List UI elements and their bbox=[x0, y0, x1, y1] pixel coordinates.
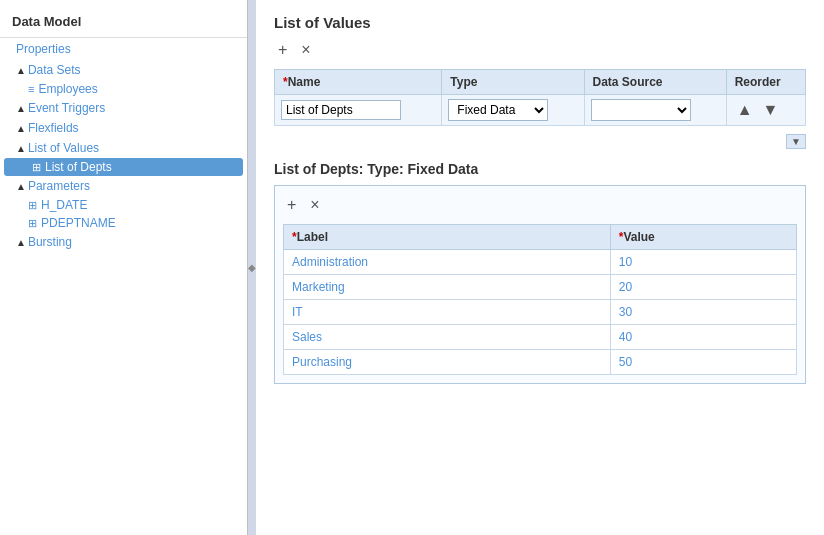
fixed-data-value: 20 bbox=[610, 275, 796, 300]
resize-handle[interactable]: ◆ bbox=[248, 0, 256, 535]
remove-lov-button[interactable]: × bbox=[297, 39, 314, 61]
sidebar-item-label: H_DATE bbox=[41, 198, 87, 212]
col-name: *Name bbox=[275, 70, 442, 95]
add-fixed-data-button[interactable]: + bbox=[283, 194, 300, 216]
sidebar-item-label: Parameters bbox=[28, 179, 90, 193]
lov-name-cell bbox=[275, 95, 442, 126]
lov-table: *Name Type Data Source Reorder Fixed Dat… bbox=[274, 69, 806, 126]
fixed-data-label: IT bbox=[284, 300, 611, 325]
col-label: *Label bbox=[284, 225, 611, 250]
lov-icon: ⊞ bbox=[32, 161, 41, 174]
remove-fixed-data-button[interactable]: × bbox=[306, 194, 323, 216]
table-row: Fixed Data SQL Query LDAP ▲ ▼ bbox=[275, 95, 806, 126]
sidebar-item-bursting[interactable]: ▲ Bursting bbox=[0, 232, 247, 252]
arrow-icon: ▲ bbox=[16, 181, 26, 192]
col-type: Type bbox=[442, 70, 584, 95]
sidebar-item-label: List of Depts bbox=[45, 160, 112, 174]
sidebar-title: Data Model bbox=[0, 8, 247, 38]
main-content: List of Values + × *Name Type Data Sourc… bbox=[256, 0, 824, 535]
sidebar-item-parameters[interactable]: ▲ Parameters bbox=[0, 176, 247, 196]
param-icon: ⊞ bbox=[28, 217, 37, 230]
sidebar-item-h-date[interactable]: ⊞ H_DATE bbox=[0, 196, 247, 214]
arrow-icon: ▲ bbox=[16, 123, 26, 134]
fixed-data-label: Sales bbox=[284, 325, 611, 350]
fixed-data-label: Administration bbox=[284, 250, 611, 275]
add-lov-button[interactable]: + bbox=[274, 39, 291, 61]
fixed-data-value: 40 bbox=[610, 325, 796, 350]
fixed-data-label: Purchasing bbox=[284, 350, 611, 375]
sidebar-item-label: Bursting bbox=[28, 235, 72, 249]
fixed-data-row: IT 30 bbox=[284, 300, 797, 325]
param-icon: ⊞ bbox=[28, 199, 37, 212]
fixed-data-row: Administration 10 bbox=[284, 250, 797, 275]
sidebar-item-label: Event Triggers bbox=[28, 101, 105, 115]
sidebar-item-list-of-values[interactable]: ▲ List of Values bbox=[0, 138, 247, 158]
fixed-data-value: 30 bbox=[610, 300, 796, 325]
lov-toolbar: + × bbox=[274, 39, 806, 61]
arrow-icon: ▲ bbox=[16, 103, 26, 114]
sidebar-item-employees[interactable]: ≡ Employees bbox=[0, 80, 247, 98]
lov-section-title: List of Values bbox=[274, 14, 806, 31]
reorder-up-button[interactable]: ▲ bbox=[733, 99, 757, 121]
lov-name-input[interactable] bbox=[281, 100, 401, 120]
sidebar-item-label: List of Values bbox=[28, 141, 99, 155]
fixed-data-section: List of Depts: Type: Fixed Data + × *Lab… bbox=[274, 161, 806, 384]
dataset-icon: ≡ bbox=[28, 83, 34, 95]
fixed-data-box: + × *Label *Value Administration 10 Mark… bbox=[274, 185, 806, 384]
col-value: *Value bbox=[610, 225, 796, 250]
sidebar-item-label: PDEPTNAME bbox=[41, 216, 116, 230]
fixed-data-row: Sales 40 bbox=[284, 325, 797, 350]
lov-datasource-select[interactable] bbox=[591, 99, 691, 121]
col-reorder: Reorder bbox=[726, 70, 805, 95]
sidebar-item-label: Employees bbox=[38, 82, 97, 96]
fixed-data-value: 10 bbox=[610, 250, 796, 275]
sidebar-item-event-triggers[interactable]: ▲ Event Triggers bbox=[0, 98, 247, 118]
sidebar-item-pdeptname[interactable]: ⊞ PDEPTNAME bbox=[0, 214, 247, 232]
fixed-data-title: List of Depts: Type: Fixed Data bbox=[274, 161, 806, 177]
arrow-icon: ▲ bbox=[16, 237, 26, 248]
fixed-data-table: *Label *Value Administration 10 Marketin… bbox=[283, 224, 797, 375]
fixed-data-row: Marketing 20 bbox=[284, 275, 797, 300]
lov-datasource-cell bbox=[584, 95, 726, 126]
fixed-data-toolbar: + × bbox=[283, 194, 797, 216]
arrow-icon: ▲ bbox=[16, 143, 26, 154]
fixed-data-label: Marketing bbox=[284, 275, 611, 300]
sidebar-item-label: Flexfields bbox=[28, 121, 79, 135]
scroll-down-button[interactable]: ▼ bbox=[786, 134, 806, 149]
sidebar-item-list-of-depts[interactable]: ⊞ List of Depts bbox=[4, 158, 243, 176]
lov-type-select[interactable]: Fixed Data SQL Query LDAP bbox=[448, 99, 548, 121]
sidebar-item-data-sets[interactable]: ▲ Data Sets bbox=[0, 60, 247, 80]
fixed-data-row: Purchasing 50 bbox=[284, 350, 797, 375]
reorder-down-button[interactable]: ▼ bbox=[759, 99, 783, 121]
sidebar-properties[interactable]: Properties bbox=[0, 38, 247, 60]
sidebar-item-flexfields[interactable]: ▲ Flexfields bbox=[0, 118, 247, 138]
sidebar-item-label: Data Sets bbox=[28, 63, 81, 77]
arrow-icon: ▲ bbox=[16, 65, 26, 76]
sidebar: Data Model Properties ▲ Data Sets ≡ Empl… bbox=[0, 0, 248, 535]
fixed-data-value: 50 bbox=[610, 350, 796, 375]
lov-reorder-cell: ▲ ▼ bbox=[726, 95, 805, 126]
lov-type-cell: Fixed Data SQL Query LDAP bbox=[442, 95, 584, 126]
col-datasource: Data Source bbox=[584, 70, 726, 95]
